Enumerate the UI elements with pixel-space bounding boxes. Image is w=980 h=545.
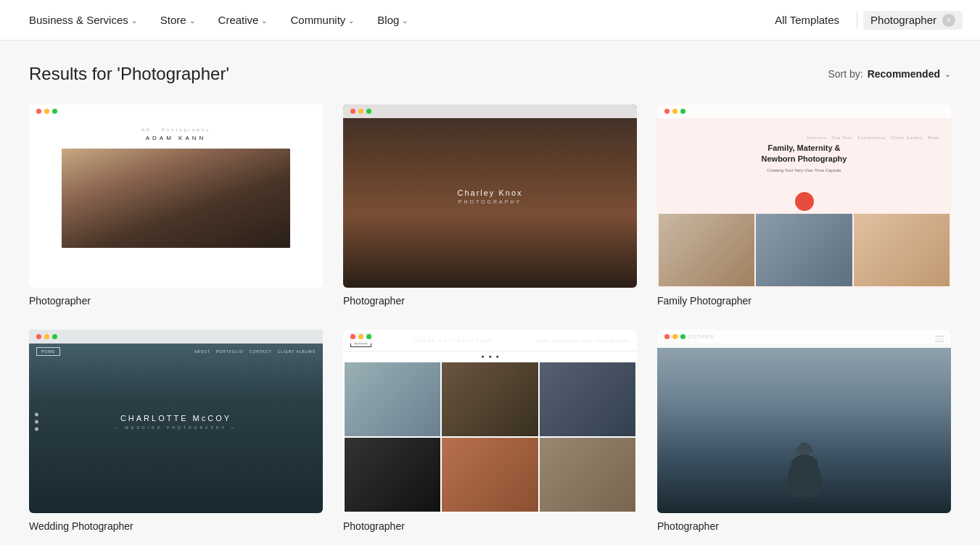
silhouette-icon — [783, 441, 826, 499]
dot-yellow — [44, 109, 49, 114]
dot-red — [350, 109, 355, 114]
template-name-urban: Photographer — [343, 520, 637, 532]
family-nav: Services Site Tour Connections Client Ga… — [807, 136, 939, 140]
template-card-charlotte[interactable]: HOME ABOUTPORTFOLIOCONTACTCLIENT ALBUMS … — [29, 330, 323, 532]
family-subtext: Creating Your Very Own Time Capsule — [767, 168, 841, 172]
charlotte-overlay-text: CHARLOTTE McCOY — WEDDING PHOTOGRAPHY — — [115, 414, 237, 430]
nav-label-community: Community — [290, 14, 345, 26]
search-tag: Photographer × — [863, 11, 963, 30]
chevron-down-icon: ⌄ — [189, 17, 195, 25]
template-card-adam-kann[interactable]: AK Photography ADAM KANN Photographer — [29, 104, 323, 307]
nav-label-creative: Creative — [218, 14, 259, 26]
charlotte-nav: HOME ABOUTPORTFOLIOCONTACTCLIENT ALBUMS — [29, 344, 323, 359]
dot-red — [36, 334, 41, 339]
urban-photo-4 — [345, 438, 440, 512]
charlotte-subtitle: — WEDDING PHOTOGRAPHY — — [115, 425, 237, 430]
family-photo-2 — [756, 214, 852, 286]
urban-photo-6 — [540, 438, 635, 512]
charley-subtitle: PHOTOGRAPHY — [457, 199, 522, 204]
dot-red — [36, 109, 41, 114]
urban-photo-2 — [442, 362, 538, 436]
nav-links: ABOUTPORTFOLIOCONTACTCLIENT ALBUMS — [194, 349, 316, 354]
sort-label: Sort by: — [828, 68, 862, 80]
browser-bar — [29, 104, 323, 118]
nav-item-store[interactable]: Store ⌄ — [149, 0, 207, 41]
charley-title: Charley Knox — [457, 188, 522, 197]
chevron-down-icon: ⌄ — [261, 17, 267, 25]
dot-red — [664, 334, 670, 339]
template-name-charlotte: Wedding Photographer — [29, 520, 323, 532]
urban-photo-grid — [343, 361, 637, 513]
family-photo-3 — [854, 214, 950, 286]
template-name-henry: Photographer — [657, 520, 951, 532]
template-name-family: Family Photographer — [657, 295, 951, 307]
urban-icons-row: ● ● ● — [343, 351, 637, 361]
navbar: Business & Services ⌄ Store ⌄ Creative ⌄… — [0, 0, 980, 41]
thumbnail-charley-knox: Charley Knox PHOTOGRAPHY — [343, 104, 637, 288]
nav-item-community[interactable]: Community ⌄ — [279, 0, 366, 41]
nav-item-blog[interactable]: Blog ⌄ — [366, 0, 419, 41]
thumb-inner: Services Site Tour Connections Client Ga… — [657, 104, 951, 288]
thumbnail-urban: ZOE-JMARKO URBAN PHOTOGRAPHER Portfolio … — [343, 330, 637, 513]
sort-value: Recommended — [868, 68, 940, 80]
home-btn: HOME — [36, 347, 60, 356]
sort-dropdown[interactable]: Sort by: Recommended ⌄ — [828, 68, 951, 80]
chevron-down-icon: ⌄ — [348, 17, 354, 25]
dot-red — [350, 334, 355, 339]
browser-bar — [343, 104, 637, 118]
template-name-adam-kann: Photographer — [29, 295, 323, 307]
overlay-text: Charley Knox PHOTOGRAPHY — [457, 188, 522, 204]
person-name: ADAM KANN — [146, 135, 207, 141]
side-dot — [35, 420, 38, 423]
dot-yellow — [358, 109, 363, 114]
all-templates-link[interactable]: All Templates — [763, 14, 851, 26]
dot-green — [52, 334, 57, 339]
dot-green — [680, 334, 685, 339]
nav-label-store: Store — [160, 14, 186, 26]
nav-label-blog: Blog — [377, 14, 399, 26]
family-heading: Family, Maternity &Newborn Photography — [762, 143, 847, 165]
nav-item-business[interactable]: Business & Services ⌄ — [17, 0, 149, 41]
results-title: Results for 'Photographer' — [29, 64, 229, 84]
book-now-button — [795, 192, 814, 211]
chevron-down-icon: ⌄ — [131, 17, 137, 25]
template-card-charley-knox[interactable]: Charley Knox PHOTOGRAPHY Photographer — [343, 104, 637, 307]
side-dot — [35, 427, 38, 430]
dot-red — [664, 109, 670, 114]
side-dots — [35, 412, 38, 430]
nav-item-creative[interactable]: Creative ⌄ — [207, 0, 279, 41]
browser-bar — [29, 330, 323, 344]
browser-bar — [657, 330, 951, 344]
henry-main-image — [657, 348, 951, 513]
dot-yellow — [358, 334, 363, 339]
template-card-family[interactable]: Services Site Tour Connections Client Ga… — [657, 104, 951, 307]
thumbnail-henry: HENRY COOPER PORTFOLIO — [657, 330, 951, 513]
thumbnail-charlotte: HOME ABOUTPORTFOLIOCONTACTCLIENT ALBUMS … — [29, 330, 323, 513]
family-top-section: Services Site Tour Connections Client Ga… — [657, 104, 951, 204]
site-header-text: AK Photography — [141, 128, 210, 132]
templates-grid: AK Photography ADAM KANN Photographer Ch… — [29, 104, 951, 532]
urban-photo-5 — [442, 438, 538, 512]
urban-photo-3 — [540, 362, 635, 436]
browser-bar — [657, 104, 951, 118]
dot-green — [680, 109, 685, 114]
thumb-inner: HOME ABOUTPORTFOLIOCONTACTCLIENT ALBUMS … — [29, 330, 323, 513]
clear-search-button[interactable]: × — [942, 14, 955, 27]
nav-label-business: Business & Services — [29, 14, 128, 26]
dot-green — [52, 109, 57, 114]
nav-divider — [857, 12, 857, 29]
side-dot — [35, 412, 38, 416]
main-content: Results for 'Photographer' Sort by: Reco… — [0, 41, 980, 545]
template-card-urban[interactable]: ZOE-JMARKO URBAN PHOTOGRAPHER Portfolio … — [343, 330, 637, 532]
dot-green — [366, 109, 371, 114]
template-card-henry[interactable]: HENRY COOPER PORTFOLIO — [657, 330, 951, 532]
nav-left: Business & Services ⌄ Store ⌄ Creative ⌄… — [17, 0, 763, 41]
search-tag-label: Photographer — [870, 14, 936, 26]
dot-green — [366, 334, 371, 339]
results-header: Results for 'Photographer' Sort by: Reco… — [29, 64, 951, 84]
urban-photo-1 — [345, 362, 440, 436]
thumbnail-family: Services Site Tour Connections Client Ga… — [657, 104, 951, 288]
family-photo-grid — [657, 214, 951, 288]
nav-right: All Templates Photographer × — [763, 11, 963, 30]
dot-yellow — [44, 334, 49, 339]
